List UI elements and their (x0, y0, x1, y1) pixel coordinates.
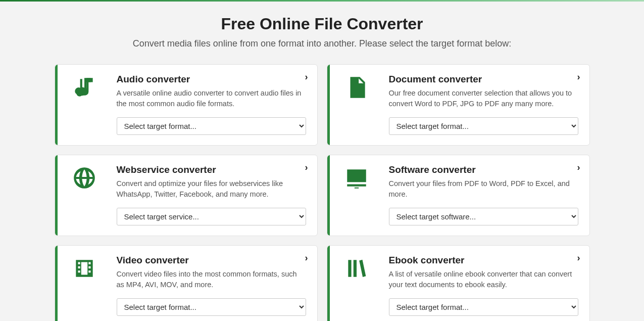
card-description: A versatile online audio converter to co… (117, 88, 306, 109)
card-title: Video converter (117, 255, 306, 266)
film-icon (66, 255, 103, 316)
target-software-select[interactable]: Select target software... (389, 208, 578, 225)
card-title: Software converter (389, 164, 578, 175)
card-audio[interactable]: › Audio converter A versatile online aud… (55, 64, 318, 146)
target-format-select[interactable]: Select target format... (117, 117, 306, 135)
chevron-right-icon: › (305, 162, 308, 173)
card-description: Convert your files from PDF to Word, PDF… (389, 178, 578, 200)
card-description: Convert video files into the most common… (117, 269, 306, 290)
page-title: Free Online File Converter (0, 15, 644, 33)
chevron-right-icon: › (577, 253, 580, 263)
music-icon (66, 74, 103, 135)
document-icon (338, 74, 375, 135)
card-ebook[interactable]: › Ebook converter A list of versatile on… (327, 245, 590, 321)
converter-grid: › Audio converter A versatile online aud… (55, 64, 590, 321)
target-format-select[interactable]: Select target format... (389, 117, 578, 135)
card-title: Audio converter (117, 74, 306, 85)
chevron-right-icon: › (305, 72, 308, 82)
chevron-right-icon: › (577, 162, 580, 173)
card-description: Our free document converter selection th… (389, 88, 578, 109)
target-service-select[interactable]: Select target service... (117, 208, 306, 225)
books-icon (338, 255, 375, 316)
card-title: Ebook converter (389, 255, 578, 266)
card-video[interactable]: › Video converter Convert video files in… (55, 245, 318, 321)
monitor-icon (338, 164, 375, 225)
card-document[interactable]: › Document converter Our free document c… (327, 64, 590, 146)
target-format-select[interactable]: Select target format... (117, 298, 306, 316)
page-header: Free Online File Converter Convert media… (0, 2, 644, 59)
card-software[interactable]: › Software converter Convert your files … (327, 155, 590, 236)
chevron-right-icon: › (305, 253, 308, 263)
card-webservice[interactable]: › Webservice converter Convert and optim… (55, 155, 318, 236)
card-description: A list of versatile online ebook convert… (389, 269, 578, 290)
target-format-select[interactable]: Select target format... (389, 298, 578, 316)
card-title: Webservice converter (117, 164, 306, 175)
page-subtitle: Convert media files online from one form… (0, 38, 644, 49)
card-description: Convert and optimize your files for webs… (117, 178, 306, 200)
chevron-right-icon: › (577, 72, 580, 82)
card-title: Document converter (389, 74, 578, 85)
globe-icon (66, 164, 103, 225)
